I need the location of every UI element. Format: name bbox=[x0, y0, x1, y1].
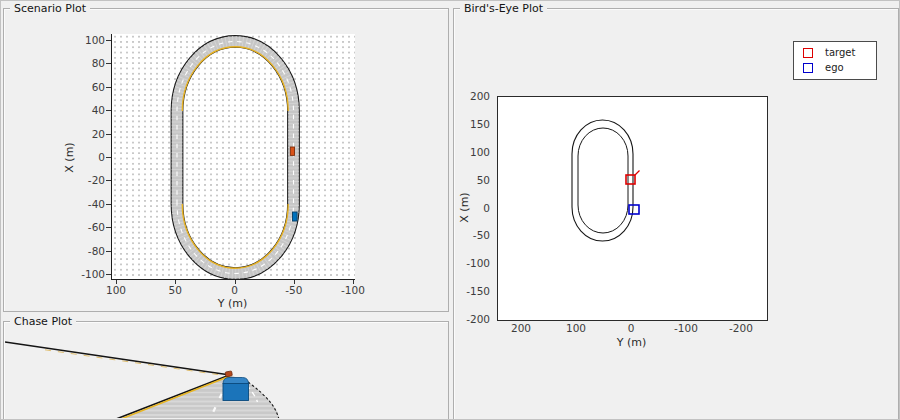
birdseye-x-axis-ticks: 2001000-100-200 bbox=[506, 322, 756, 334]
y-tick-label: 80 bbox=[63, 56, 105, 70]
scenario-x-axis-ticks: 100500-50-100 bbox=[96, 284, 373, 296]
scenario-panel-title: Scenario Plot bbox=[10, 2, 90, 15]
road-edges bbox=[177, 41, 294, 273]
x-tick-label: -50 bbox=[274, 284, 314, 296]
target-marker bbox=[626, 175, 635, 184]
birdseye-x-axis-label: Y (m) bbox=[497, 336, 766, 349]
y-tick-label: 100 bbox=[63, 33, 105, 47]
target-vehicle bbox=[225, 371, 232, 377]
distant-road-yellow-line bbox=[45, 350, 225, 376]
legend-swatch bbox=[803, 48, 813, 58]
x-tick-label: -200 bbox=[726, 322, 756, 334]
birdseye-track-drawing bbox=[498, 97, 767, 320]
legend-label: target bbox=[825, 45, 855, 60]
y-tick-label: 60 bbox=[63, 80, 105, 94]
birdseye-panel-title: Bird's-Eye Plot bbox=[460, 2, 547, 15]
chase-plot-panel: Chase Plot bbox=[3, 321, 449, 420]
chase-plot-canvas[interactable] bbox=[5, 323, 447, 418]
y-tick-label: -200 bbox=[456, 312, 493, 326]
figure-window: Scenario Plot 100806040200-20-40-60-80-1… bbox=[0, 0, 900, 420]
birdseye-plot-panel: Bird's-Eye Plot target ego 200150100500-… bbox=[453, 8, 899, 420]
y-tick-label: -40 bbox=[63, 197, 105, 211]
y-tick-label: 100 bbox=[456, 145, 493, 159]
legend-item[interactable]: target bbox=[794, 45, 876, 60]
scenario-track-drawing bbox=[112, 34, 355, 279]
legend-label: ego bbox=[825, 60, 844, 75]
y-tick-label: -100 bbox=[63, 267, 105, 281]
y-tick-label: -50 bbox=[456, 228, 493, 242]
scenario-plot-canvas[interactable] bbox=[111, 34, 355, 280]
distant-road-edge bbox=[5, 342, 230, 375]
y-tick-label: -20 bbox=[63, 173, 105, 187]
y-tick-label: 20 bbox=[63, 127, 105, 141]
x-tick-label: 100 bbox=[96, 284, 136, 296]
inner-lane-boundary bbox=[578, 128, 628, 233]
x-tick-label: 0 bbox=[616, 322, 646, 334]
y-tick-label: -60 bbox=[63, 220, 105, 234]
scenario-y-axis-label: X (m) bbox=[63, 141, 76, 175]
scenario-x-axis-label: Y (m) bbox=[111, 297, 354, 310]
birdseye-plot-canvas[interactable] bbox=[497, 96, 768, 321]
ego-vehicle-top bbox=[223, 378, 249, 385]
y-tick-label: 50 bbox=[456, 173, 493, 187]
y-tick-label: -100 bbox=[456, 256, 493, 270]
x-tick-label: 100 bbox=[561, 322, 591, 334]
road-texture bbox=[177, 41, 294, 273]
target-vehicle bbox=[290, 147, 294, 155]
x-tick-label: 0 bbox=[215, 284, 255, 296]
ego-vehicle bbox=[223, 384, 249, 401]
lane-center-dashes bbox=[177, 41, 294, 273]
x-tick-label: -100 bbox=[671, 322, 701, 334]
ego-vehicle bbox=[293, 212, 298, 221]
legend[interactable]: target ego bbox=[793, 41, 877, 80]
road-surface bbox=[177, 41, 294, 273]
y-tick-label: 150 bbox=[456, 117, 493, 131]
y-tick-label: 200 bbox=[456, 89, 493, 103]
legend-swatch bbox=[803, 63, 813, 73]
outer-lane-boundary bbox=[572, 120, 633, 241]
birdseye-y-axis-label: X (m) bbox=[458, 191, 471, 225]
x-tick-label: 50 bbox=[155, 284, 195, 296]
x-tick-label: -100 bbox=[333, 284, 373, 296]
y-tick-label: 40 bbox=[63, 103, 105, 117]
y-tick-label: -80 bbox=[63, 244, 105, 258]
scenario-plot-panel: Scenario Plot 100806040200-20-40-60-80-1… bbox=[3, 8, 449, 312]
y-tick-label: -150 bbox=[456, 284, 493, 298]
ego-marker bbox=[629, 205, 639, 214]
x-tick-label: 200 bbox=[506, 322, 536, 334]
legend-item[interactable]: ego bbox=[794, 60, 876, 75]
